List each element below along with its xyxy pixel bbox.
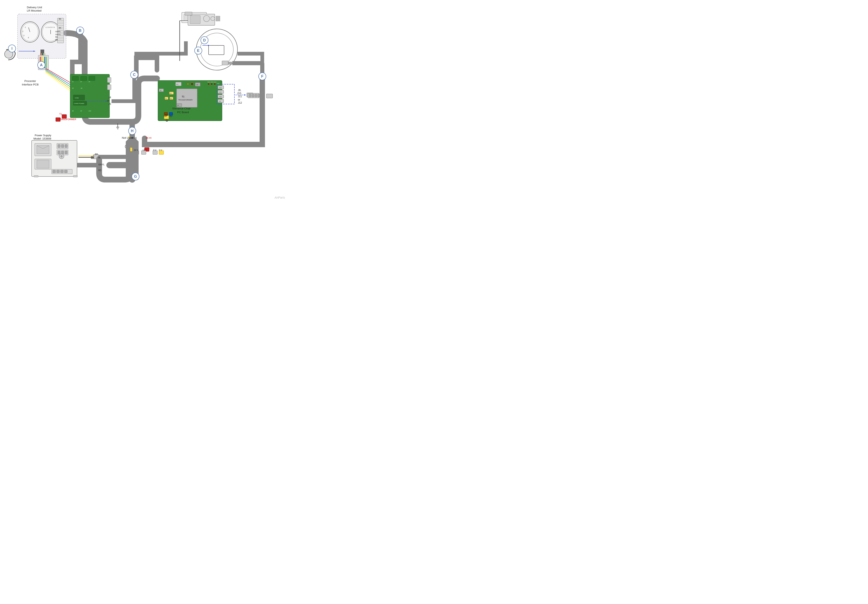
svg-text:J9: J9 bbox=[219, 100, 221, 102]
svg-text:T1: T1 bbox=[182, 95, 184, 98]
svg-rect-156 bbox=[255, 94, 257, 97]
delivery-unit-title: Delivery Unit bbox=[27, 6, 42, 9]
svg-text:J7: J7 bbox=[89, 0, 91, 0]
circle-G: G bbox=[132, 173, 140, 180]
svg-line-57 bbox=[45, 71, 70, 89]
or-j45-label: or bbox=[107, 99, 109, 102]
svg-text:CHAIR POWER: CHAIR POWER bbox=[74, 103, 84, 104]
svg-text:J1: J1 bbox=[72, 81, 74, 82]
power-supply-model: Model: 153808 bbox=[33, 137, 51, 140]
svg-line-54 bbox=[45, 68, 70, 82]
svg-text:J9: J9 bbox=[80, 110, 82, 112]
gnfl-label: 0 V bbox=[159, 149, 162, 151]
bk1-terminal: BK bbox=[59, 18, 61, 20]
svg-text:F1: F1 bbox=[165, 98, 167, 99]
circle-B: B bbox=[76, 26, 84, 34]
bl-label: RD bbox=[169, 115, 172, 117]
svg-text:J2: J2 bbox=[80, 81, 82, 82]
wiring-diagram-svg: 1 2 3 4 1 2 3 4 5 6 7 8 bbox=[0, 0, 289, 201]
svg-rect-168 bbox=[222, 61, 228, 65]
procenter-label2: Interface PCB bbox=[22, 83, 39, 86]
12v-terminal: GN/YL bbox=[55, 33, 61, 36]
svg-rect-61 bbox=[62, 115, 67, 118]
delivery-unit-subtitle: LR Mounted bbox=[27, 9, 42, 12]
j5-label: J5 bbox=[108, 102, 111, 105]
svg-text:J5: J5 bbox=[72, 87, 74, 89]
j9-text: J9, bbox=[238, 89, 241, 91]
circle-F: F bbox=[258, 73, 266, 80]
svg-text:K1: K1 bbox=[177, 84, 178, 85]
svg-rect-162 bbox=[190, 15, 200, 24]
svg-text:2: 2 bbox=[22, 30, 23, 33]
svg-text:3: 3 bbox=[23, 34, 24, 37]
svg-line-58 bbox=[45, 72, 70, 91]
svg-point-69 bbox=[211, 84, 212, 85]
bk2-label: 12 V bbox=[143, 149, 147, 151]
0v2-terminal: BK bbox=[55, 39, 58, 41]
svg-rect-135 bbox=[34, 175, 38, 177]
svg-point-68 bbox=[208, 84, 209, 85]
svg-rect-158 bbox=[267, 94, 273, 98]
circle-H: H bbox=[128, 127, 136, 135]
svg-rect-112 bbox=[209, 45, 224, 55]
svg-text:D21: D21 bbox=[208, 81, 210, 83]
svg-rect-36 bbox=[72, 76, 79, 81]
svg-text:F3: F3 bbox=[170, 93, 171, 94]
svg-text:TBT: TBT bbox=[217, 83, 220, 84]
svg-text:1 2 3 4 5 6 7 8: 1 2 3 4 5 6 7 8 bbox=[45, 26, 55, 28]
svg-text:D19: D19 bbox=[214, 81, 216, 83]
rd-label2: BK #4 bbox=[146, 137, 151, 139]
svg-rect-169 bbox=[228, 62, 232, 64]
circle-I: I bbox=[8, 45, 16, 53]
bk5-label: GN/YL bbox=[98, 164, 104, 166]
svg-rect-157 bbox=[258, 94, 260, 97]
svg-text:J11: J11 bbox=[219, 91, 222, 93]
j12-text: J12 bbox=[238, 101, 242, 104]
svg-rect-123 bbox=[58, 151, 60, 154]
svg-rect-155 bbox=[252, 94, 254, 97]
elevance-label1: Elevance Chair bbox=[172, 107, 191, 110]
svg-rect-125 bbox=[65, 151, 67, 154]
svg-rect-38 bbox=[89, 76, 95, 81]
svg-text:J6: J6 bbox=[81, 87, 82, 89]
svg-text:J5: J5 bbox=[196, 84, 198, 86]
24v-terminal: GN/FL bbox=[55, 31, 61, 33]
svg-rect-120 bbox=[61, 144, 64, 147]
svg-rect-136 bbox=[73, 175, 78, 177]
svg-rect-52 bbox=[107, 77, 111, 82]
svg-text:J10: J10 bbox=[88, 110, 91, 112]
svg-text:J12: J12 bbox=[219, 87, 222, 88]
svg-point-67 bbox=[191, 83, 193, 85]
svg-line-56 bbox=[45, 70, 70, 87]
power-supply-title: Power Supply bbox=[35, 134, 51, 137]
svg-marker-100 bbox=[244, 94, 246, 96]
svg-line-55 bbox=[45, 69, 70, 85]
svg-rect-134 bbox=[64, 170, 67, 173]
0v1-terminal: BK bbox=[55, 36, 58, 38]
svg-text:1: 1 bbox=[25, 26, 26, 28]
bk6-label: RD bbox=[98, 169, 101, 172]
svg-point-70 bbox=[214, 84, 215, 85]
svg-rect-133 bbox=[60, 170, 64, 173]
bk3-label: 0 V bbox=[153, 149, 157, 151]
circle-A: A bbox=[37, 61, 45, 69]
j10-text: J10, bbox=[237, 92, 242, 95]
svg-rect-165 bbox=[216, 16, 220, 21]
svg-rect-166 bbox=[185, 12, 192, 15]
svg-text:J6: J6 bbox=[72, 110, 74, 112]
bk4-label: BL bbox=[98, 156, 101, 159]
svg-text:COM: COM bbox=[75, 97, 79, 99]
svg-text:J3: J3 bbox=[88, 81, 90, 82]
svg-text:4: 4 bbox=[28, 37, 29, 39]
enyl-label: BK bbox=[165, 114, 168, 116]
bk1-label: 24 V bbox=[134, 149, 138, 151]
circle-E: E bbox=[194, 46, 202, 54]
svg-rect-119 bbox=[58, 144, 60, 147]
gnyl-label: BK #1 bbox=[131, 137, 137, 139]
rd-bottom-label: TRANSFORMER bbox=[59, 118, 76, 121]
rd-top-label: T1 bbox=[59, 113, 62, 115]
svg-text:J2: J2 bbox=[160, 90, 161, 91]
svg-point-163 bbox=[203, 15, 209, 22]
svg-text:D23: D23 bbox=[211, 81, 213, 83]
j11-text: J11 bbox=[238, 95, 242, 98]
